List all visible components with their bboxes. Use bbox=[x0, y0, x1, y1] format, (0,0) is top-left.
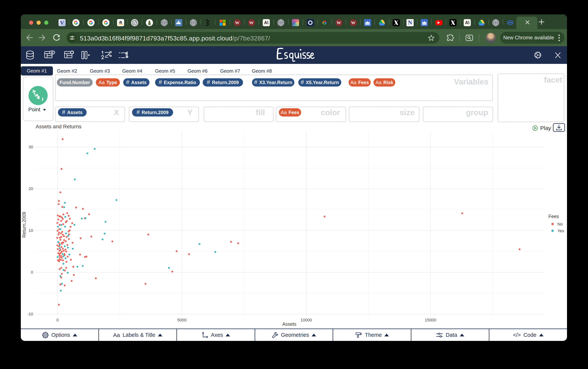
svg-text:30: 30 bbox=[29, 145, 33, 149]
svg-text:Fees: Fees bbox=[548, 214, 559, 219]
svg-text:Assets and Returns: Assets and Returns bbox=[36, 124, 81, 130]
svg-text:10000: 10000 bbox=[300, 318, 312, 322]
svg-text:10: 10 bbox=[29, 228, 33, 233]
svg-text:15000: 15000 bbox=[425, 318, 436, 322]
svg-text:a: a bbox=[119, 20, 122, 25]
svg-text:Assets: Assets bbox=[282, 321, 296, 327]
svg-text:-10: -10 bbox=[27, 312, 33, 316]
svg-text:Yes: Yes bbox=[557, 229, 564, 233]
svg-text:No: No bbox=[557, 222, 563, 227]
svg-text:5000: 5000 bbox=[177, 318, 187, 322]
svg-text:20: 20 bbox=[29, 186, 33, 191]
svg-text:Return.2009: Return.2009 bbox=[21, 212, 27, 238]
svg-text:0: 0 bbox=[31, 270, 33, 275]
svg-text:0: 0 bbox=[56, 318, 59, 322]
